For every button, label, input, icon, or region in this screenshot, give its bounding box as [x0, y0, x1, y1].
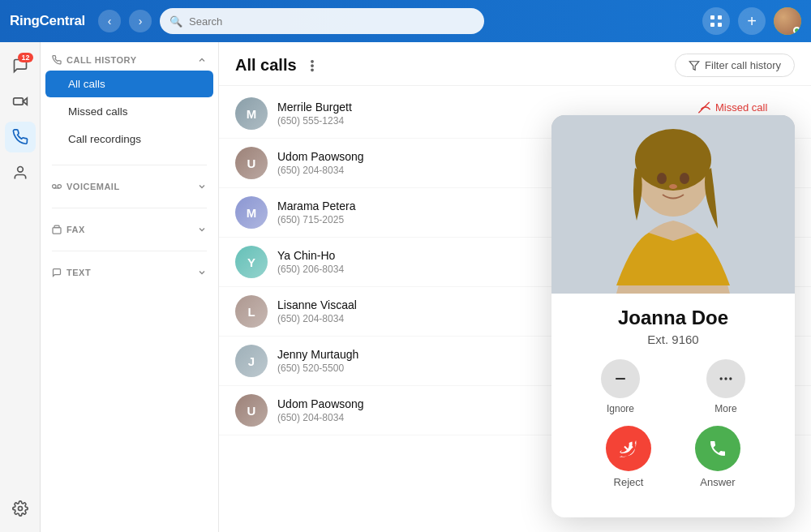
caller-avatar: Y	[235, 246, 268, 278]
video-nav-button[interactable]	[5, 86, 36, 117]
messages-nav-button[interactable]: 12	[5, 50, 36, 81]
svg-point-13	[311, 64, 312, 66]
caller-avatar: J	[235, 345, 268, 377]
more-label: More	[714, 403, 736, 414]
incoming-call-card: Joanna Doe Ext. 9160 Ignore	[551, 115, 795, 517]
call-history-section: CALL HISTORY All calls Missed calls Call…	[41, 42, 218, 161]
more-options-icon[interactable]	[305, 58, 320, 73]
settings-nav-button[interactable]	[5, 493, 36, 524]
answer-label: Answer	[700, 476, 735, 488]
nav-item-missed-calls[interactable]: Missed calls	[45, 98, 213, 125]
voicemail-title: VOICEMAIL	[52, 182, 120, 191]
caller-ext: Ext. 9160	[568, 332, 779, 346]
settings-nav-section	[5, 493, 36, 524]
more-button[interactable]	[706, 359, 745, 398]
call-type-label: Missed call	[697, 101, 767, 114]
caller-photo	[551, 115, 795, 294]
contacts-nav-button[interactable]	[5, 157, 36, 188]
text-icon	[52, 268, 62, 277]
back-button[interactable]: ‹	[98, 10, 121, 32]
ignore-label: Ignore	[607, 403, 634, 414]
missed-call-icon	[697, 101, 710, 114]
content-header: All calls Filter call history	[219, 42, 811, 86]
answer-button[interactable]	[695, 426, 740, 471]
caller-avatar: M	[235, 97, 268, 130]
incoming-info: Joanna Doe Ext. 9160 Ignore	[551, 294, 795, 517]
svg-point-22	[669, 184, 677, 189]
fax-header[interactable]: FAX	[41, 220, 218, 239]
filter-icon	[689, 60, 700, 71]
fax-section: FAX	[41, 212, 218, 247]
call-history-header[interactable]: CALL HISTORY	[41, 50, 218, 70]
app-logo: RingCentral	[10, 13, 85, 29]
caller-avatar: L	[235, 295, 268, 328]
svg-point-19	[635, 129, 711, 191]
svg-point-8	[53, 185, 57, 189]
text-section: TEXT	[41, 255, 218, 290]
ignore-action[interactable]: Ignore	[601, 359, 640, 414]
nav-divider-1	[52, 165, 207, 165]
expand-text-icon	[197, 268, 207, 277]
main-layout: 12	[0, 42, 811, 532]
collapse-icon	[197, 55, 207, 65]
svg-rect-2	[710, 23, 714, 27]
call-history-title: CALL HISTORY	[52, 55, 136, 65]
answer-action[interactable]: Answer	[695, 426, 740, 488]
expand-fax-icon	[197, 225, 207, 234]
content-area: All calls Filter call history M Merrile …	[219, 42, 811, 532]
online-status-dot	[793, 27, 800, 34]
fax-icon	[52, 225, 62, 234]
phone-nav-button[interactable]	[5, 122, 36, 152]
svg-rect-11	[53, 228, 61, 234]
svg-point-9	[58, 185, 62, 189]
reject-button[interactable]	[606, 426, 651, 471]
incoming-avatar-area	[551, 115, 795, 294]
svg-point-20	[657, 173, 667, 184]
nav-divider-3	[52, 251, 207, 251]
messages-badge: 12	[18, 53, 32, 62]
caller-avatar: M	[235, 196, 268, 229]
top-bar: RingCentral ‹ › 🔍 +	[0, 0, 811, 42]
fax-title: FAX	[52, 225, 85, 234]
svg-point-12	[311, 60, 312, 62]
nav-panel: CALL HISTORY All calls Missed calls Call…	[41, 42, 219, 532]
call-main-actions: Reject Answer	[568, 426, 779, 504]
page-title: All calls	[235, 56, 320, 75]
voicemail-header[interactable]: VOICEMAIL	[41, 177, 218, 196]
ignore-button[interactable]	[601, 359, 640, 398]
add-button[interactable]: +	[738, 7, 766, 35]
caller-name-text: Merrile Burgett	[277, 101, 688, 114]
user-avatar[interactable]	[774, 7, 801, 35]
voicemail-icon	[52, 182, 62, 191]
grid-apps-button[interactable]	[702, 7, 730, 35]
call-secondary-actions: Ignore More	[568, 359, 779, 414]
svg-marker-15	[689, 61, 699, 70]
voicemail-section: VOICEMAIL	[41, 169, 218, 204]
svg-point-14	[311, 69, 312, 71]
text-header[interactable]: TEXT	[41, 263, 218, 282]
nav-item-call-recordings[interactable]: Call recordings	[45, 126, 213, 152]
svg-point-24	[720, 377, 723, 380]
svg-point-6	[17, 167, 23, 173]
search-icon: 🔍	[169, 15, 182, 28]
nav-item-all-calls[interactable]: All calls	[45, 71, 213, 97]
caller-avatar: U	[235, 147, 268, 179]
svg-point-25	[724, 377, 727, 380]
expand-voicemail-icon	[197, 182, 207, 191]
text-title: TEXT	[52, 268, 91, 277]
more-action[interactable]: More	[706, 359, 745, 414]
icon-sidebar: 12	[0, 42, 41, 532]
reject-action[interactable]: Reject	[606, 426, 651, 488]
svg-rect-0	[710, 15, 714, 19]
nav-divider-2	[52, 208, 207, 208]
search-input[interactable]	[189, 15, 474, 28]
top-bar-right: +	[702, 7, 801, 35]
caller-name: Joanna Doe	[568, 307, 779, 329]
forward-button[interactable]: ›	[129, 10, 152, 32]
svg-rect-4	[13, 98, 23, 105]
reject-label: Reject	[614, 476, 644, 488]
search-bar[interactable]: 🔍	[160, 8, 484, 34]
svg-point-7	[18, 507, 22, 511]
filter-button[interactable]: Filter call history	[675, 54, 795, 77]
caller-avatar: U	[235, 394, 268, 427]
